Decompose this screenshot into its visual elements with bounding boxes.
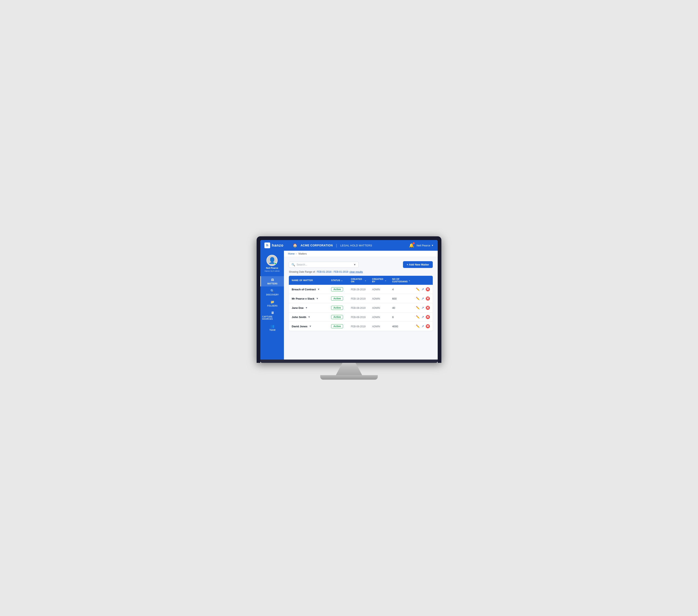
table-row: Jane Doe ▼ Active FEB-08-2019 ADMIN 40 ✏… <box>289 303 433 312</box>
status-badge-1: Active <box>331 296 343 300</box>
matter-custodians-4: 4000 <box>389 322 413 331</box>
col-header-created-on[interactable]: CREATED ON ⌄ <box>348 276 369 285</box>
matter-expand-icon-2[interactable]: ▼ <box>305 306 308 309</box>
matter-status-cell-0: Active <box>328 285 348 294</box>
matter-expand-icon-4[interactable]: ▼ <box>309 325 312 328</box>
col-header-status[interactable]: STATUS ⌄ <box>328 276 348 285</box>
delete-button-3[interactable]: ✕ <box>426 315 430 319</box>
edit-button-4[interactable]: ✏️ <box>416 324 420 328</box>
edit-button-2[interactable]: ✏️ <box>416 306 420 310</box>
matter-custodians-0: 4 <box>389 285 413 294</box>
sidebar-item-capture-sources[interactable]: 🖥 CAPTURE SOURCES <box>260 309 284 322</box>
date-range-bar: Showing Date Range of: FEB-01-2018 - FEB… <box>289 270 433 273</box>
date-range-label: Showing Date Range of: <box>289 270 316 273</box>
matter-name-3: John Smith <box>292 316 306 319</box>
matter-created-by-3: ADMIN <box>369 312 389 322</box>
matter-status-cell-2: Active <box>328 303 348 312</box>
delete-button-0[interactable]: ✕ <box>426 287 430 291</box>
matter-actions-1: ✏️ ↗ ✕ <box>413 294 433 303</box>
breadcrumb-home[interactable]: Home <box>288 252 295 255</box>
user-menu[interactable]: Neil Pearce ▼ <box>417 244 434 247</box>
matter-created-by-0: ADMIN <box>369 285 389 294</box>
delete-button-4[interactable]: ✕ <box>426 324 430 328</box>
content-area: Home > Matters 🔍 ▼ + Add New Matter <box>284 251 438 360</box>
sidebar-item-matters-label: MATTERS <box>267 282 278 285</box>
toolbar: 🔍 ▼ + Add New Matter <box>289 261 433 268</box>
open-button-2[interactable]: ↗ <box>421 306 424 310</box>
content-body: 🔍 ▼ + Add New Matter Showing Date Range … <box>284 257 438 360</box>
sidebar-item-team[interactable]: 👥 TEAM <box>260 323 284 333</box>
nav-divider: | <box>336 243 337 248</box>
sidebar-item-folders-label: FOLDERS <box>267 305 278 307</box>
matter-expand-icon-3[interactable]: ▼ <box>308 316 310 319</box>
user-name: Neil Pearce <box>417 244 430 247</box>
table-row: Mr Pearce v Slack ▼ Active FEB-18-2019 A… <box>289 294 433 303</box>
top-nav: h hanzo 🏠 ACME CORPORATION | LEGAL HOLD … <box>260 240 438 251</box>
col-header-created-by[interactable]: CREATED BY ⌄ <box>369 276 389 285</box>
matter-created-on-1: FEB-18-2019 <box>348 294 369 303</box>
edit-button-3[interactable]: ✏️ <box>416 315 420 319</box>
home-icon[interactable]: 🏠 <box>293 243 297 248</box>
breadcrumb: Home > Matters <box>284 251 438 257</box>
col-header-actions <box>413 276 433 285</box>
logo-text: hanzo <box>272 243 283 248</box>
table-header-row: NAME OF MATTER STATUS ⌄ <box>289 276 433 285</box>
sidebar-user-name: Neil Pearce <box>266 267 278 269</box>
sidebar-item-capture-sources-label: CAPTURE SOURCES <box>262 316 283 320</box>
col-header-custodians[interactable]: No OF CUSTODIANS ⌄ <box>389 276 413 285</box>
monitor-stand-neck <box>333 363 365 375</box>
delete-button-2[interactable]: ✕ <box>426 306 430 310</box>
open-button-0[interactable]: ↗ <box>421 288 424 291</box>
matter-created-on-3: FEB-08-2019 <box>348 312 369 322</box>
custodians-sort-icon: ⌄ <box>408 279 410 281</box>
matter-name-cell-1: Mr Pearce v Slack ▼ <box>289 294 328 303</box>
screen-inner: h hanzo 🏠 ACME CORPORATION | LEGAL HOLD … <box>260 240 438 363</box>
team-icon: 👥 <box>270 324 275 328</box>
sidebar-item-discovery[interactable]: 🔍 DISCOVERY <box>260 287 284 297</box>
add-new-matter-button[interactable]: + Add New Matter <box>403 261 433 268</box>
matter-custodians-3: 8 <box>389 312 413 322</box>
matter-status-cell-4: Active <box>328 322 348 331</box>
search-icon: 🔍 <box>292 263 295 266</box>
chevron-down-icon: ▼ <box>431 244 434 247</box>
matter-expand-icon-1[interactable]: ▼ <box>316 297 319 300</box>
sidebar: 👤 Neil Pearce Hanzo SLH Admin ⚖ MATTERS … <box>260 251 284 360</box>
delete-button-1[interactable]: ✕ <box>426 296 430 300</box>
monitor-wrapper: h hanzo 🏠 ACME CORPORATION | LEGAL HOLD … <box>256 236 442 380</box>
sidebar-item-team-label: TEAM <box>269 329 276 331</box>
online-indicator <box>274 263 277 265</box>
matter-name-1: Mr Pearce v Slack <box>292 297 315 300</box>
notifications-button[interactable]: 🔔 <box>409 243 414 248</box>
open-button-1[interactable]: ↗ <box>421 297 424 300</box>
sidebar-item-matters[interactable]: ⚖ MATTERS <box>260 276 284 286</box>
sidebar-user-role: Hanzo SLH Admin <box>265 270 280 272</box>
matter-expand-icon-0[interactable]: ▼ <box>317 288 320 291</box>
logo-icon: h <box>264 242 270 248</box>
edit-button-0[interactable]: ✏️ <box>416 288 420 291</box>
edit-button-1[interactable]: ✏️ <box>416 297 420 300</box>
status-badge-2: Active <box>331 306 343 310</box>
avatar: 👤 <box>266 255 278 266</box>
created-on-sort-icon: ⌄ <box>365 279 366 281</box>
folders-icon: 📁 <box>270 300 275 304</box>
open-button-4[interactable]: ↗ <box>421 324 424 328</box>
breadcrumb-current: Matters <box>298 252 307 255</box>
matter-status-cell-3: Active <box>328 312 348 322</box>
nav-right: 🔔 Neil Pearce ▼ <box>409 243 434 248</box>
search-container: 🔍 ▼ <box>289 262 359 268</box>
col-header-name: NAME OF MATTER <box>289 276 328 285</box>
table-row: David Jones ▼ Active FEB-06-2019 ADMIN 4… <box>289 322 433 331</box>
open-button-3[interactable]: ↗ <box>421 315 424 319</box>
matter-name-2: Jane Doe <box>292 306 304 309</box>
matter-actions-2: ✏️ ↗ ✕ <box>413 303 433 312</box>
matters-table: NAME OF MATTER STATUS ⌄ <box>289 276 433 331</box>
sidebar-item-folders[interactable]: 📁 FOLDERS <box>260 298 284 309</box>
matter-created-by-2: ADMIN <box>369 303 389 312</box>
clear-results-link[interactable]: clear results <box>350 270 363 273</box>
discovery-icon: 🔍 <box>270 289 275 293</box>
matter-name-cell-0: Breach of Contract ▼ <box>289 285 328 294</box>
matter-custodians-2: 40 <box>389 303 413 312</box>
status-badge-4: Active <box>331 324 343 328</box>
created-by-sort-icon: ⌄ <box>385 279 386 281</box>
search-input[interactable] <box>297 263 352 266</box>
